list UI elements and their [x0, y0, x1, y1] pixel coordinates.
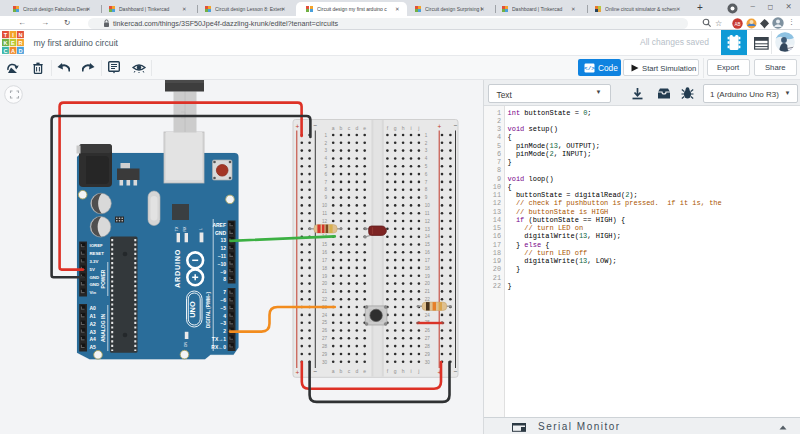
- svg-text:A2: A2: [90, 321, 97, 327]
- svg-text:g: g: [394, 368, 397, 374]
- svg-text:6: 6: [324, 172, 327, 177]
- svg-text:28: 28: [322, 344, 328, 349]
- svg-text:21: 21: [322, 289, 328, 294]
- svg-text:ON: ON: [184, 341, 188, 347]
- svg-text:~6: ~6: [220, 297, 226, 303]
- svg-text:29: 29: [322, 352, 328, 357]
- svg-text:L: L: [199, 228, 203, 230]
- svg-text:~5: ~5: [220, 305, 226, 311]
- svg-text:GND: GND: [90, 275, 100, 280]
- svg-text:17: 17: [425, 258, 431, 263]
- svg-text:22: 22: [425, 297, 431, 302]
- svg-text:i: i: [410, 368, 411, 374]
- svg-text:8: 8: [425, 187, 428, 192]
- svg-text:IOREF: IOREF: [90, 243, 104, 248]
- svg-text:7: 7: [324, 180, 327, 185]
- svg-text:20: 20: [322, 281, 328, 286]
- svg-text:g: g: [394, 125, 397, 131]
- svg-text:A3: A3: [90, 329, 97, 335]
- svg-text:</>: </>: [584, 65, 595, 72]
- svg-text:24: 24: [322, 313, 328, 318]
- svg-text:2: 2: [425, 141, 428, 146]
- svg-text:i: i: [410, 125, 411, 131]
- svg-text:GND: GND: [215, 230, 227, 236]
- svg-text:a: a: [332, 125, 335, 131]
- svg-text:b: b: [340, 125, 343, 131]
- svg-text:K: K: [3, 39, 7, 45]
- svg-text:22: 22: [322, 297, 328, 302]
- svg-text:TX: TX: [175, 226, 179, 231]
- svg-text:24: 24: [425, 313, 431, 318]
- svg-text:9: 9: [324, 195, 327, 200]
- svg-text:7: 7: [223, 289, 226, 295]
- svg-text:RX: RX: [183, 226, 187, 232]
- svg-text:2: 2: [324, 141, 327, 146]
- svg-text:5: 5: [425, 164, 428, 169]
- svg-text:12: 12: [220, 245, 226, 251]
- svg-text:1: 1: [425, 133, 428, 138]
- svg-text:−: −: [454, 122, 458, 129]
- svg-text:3.3V: 3.3V: [90, 259, 99, 264]
- svg-text:25: 25: [322, 320, 328, 325]
- svg-text:~3: ~3: [220, 320, 226, 326]
- svg-text:26: 26: [425, 328, 431, 333]
- svg-text:27: 27: [425, 336, 431, 341]
- svg-text:28: 28: [425, 344, 431, 349]
- svg-text:TX→1: TX→1: [212, 336, 226, 342]
- svg-text:D: D: [18, 47, 22, 53]
- svg-text:~9: ~9: [220, 269, 226, 275]
- svg-text:+: +: [295, 369, 299, 376]
- svg-text:AREF: AREF: [212, 222, 226, 228]
- svg-text:11: 11: [322, 211, 327, 216]
- svg-text:18: 18: [322, 266, 328, 271]
- svg-text:11: 11: [425, 211, 430, 216]
- svg-text:Vin: Vin: [90, 290, 97, 295]
- svg-text:13: 13: [220, 237, 226, 243]
- svg-text:AB: AB: [734, 21, 740, 26]
- svg-text:~10: ~10: [218, 261, 227, 267]
- svg-text:30: 30: [322, 360, 328, 365]
- svg-text:A4: A4: [90, 336, 97, 342]
- svg-text:e: e: [363, 125, 366, 131]
- svg-text:RESET: RESET: [90, 251, 105, 256]
- svg-text:GND: GND: [90, 282, 100, 287]
- svg-text:j: j: [417, 368, 419, 374]
- svg-text:5V: 5V: [90, 267, 95, 272]
- svg-text:8: 8: [223, 276, 226, 282]
- svg-text:UNO: UNO: [188, 301, 197, 318]
- svg-text:−: −: [314, 368, 318, 375]
- svg-text:29: 29: [425, 352, 431, 357]
- svg-text:DIGITAL (PWM~): DIGITAL (PWM~): [206, 291, 211, 328]
- svg-text:30: 30: [425, 360, 431, 365]
- svg-text:d: d: [355, 368, 358, 374]
- svg-text:C: C: [3, 47, 7, 53]
- svg-text:ARDUINO: ARDUINO: [173, 249, 182, 288]
- svg-text:d: d: [355, 125, 358, 131]
- svg-text:h: h: [402, 368, 405, 374]
- svg-text:19: 19: [425, 274, 431, 279]
- svg-text:26: 26: [322, 328, 328, 333]
- svg-text:17: 17: [322, 258, 328, 263]
- svg-text:20: 20: [425, 281, 431, 286]
- svg-text:R: R: [18, 39, 22, 45]
- svg-text:T: T: [4, 31, 8, 37]
- svg-text:7: 7: [425, 180, 428, 185]
- svg-text:a: a: [332, 368, 335, 374]
- svg-text:N: N: [18, 31, 22, 37]
- svg-text:E: E: [11, 39, 15, 45]
- svg-text:10: 10: [425, 203, 431, 208]
- svg-text:8: 8: [324, 187, 327, 192]
- svg-text:15: 15: [322, 242, 328, 247]
- svg-text:6: 6: [425, 172, 428, 177]
- svg-text:27: 27: [322, 336, 328, 341]
- svg-text:3: 3: [425, 148, 428, 153]
- svg-text:4: 4: [324, 156, 327, 161]
- svg-text:15: 15: [425, 242, 431, 247]
- svg-text:A0: A0: [90, 305, 97, 311]
- svg-text:2: 2: [223, 328, 226, 334]
- svg-text:3: 3: [324, 148, 327, 153]
- svg-text:9: 9: [425, 195, 428, 200]
- svg-text:21: 21: [425, 289, 431, 294]
- svg-text:4: 4: [223, 313, 226, 319]
- svg-text:b: b: [340, 368, 343, 374]
